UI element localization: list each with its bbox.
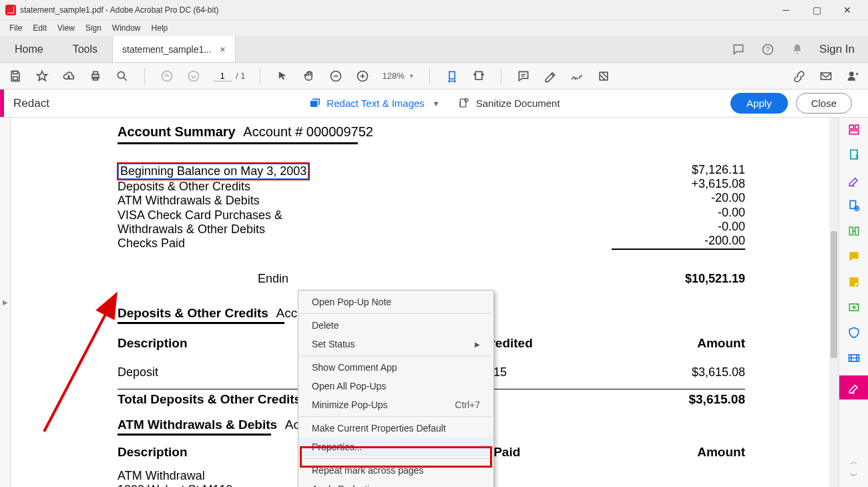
redact-text-label: Redact Text & Images (327, 98, 424, 109)
line-deposits: Deposits & Other Credits (118, 180, 758, 194)
window-title: statement_sample1.pdf - Adobe Acrobat Pr… (20, 5, 219, 15)
page-number-input[interactable] (213, 71, 232, 82)
val-atm: -20.00 (691, 191, 745, 205)
chevron-down-icon[interactable]: ▼ (433, 100, 440, 108)
svg-point-7 (118, 71, 124, 78)
menu-help[interactable]: Help (146, 23, 174, 33)
section-deposits: Deposits & Other Credits (118, 306, 268, 320)
ctx-apply-redactions[interactable]: Apply Redactions (298, 480, 493, 487)
page-up-icon[interactable] (160, 69, 174, 84)
add-person-icon[interactable] (845, 69, 860, 84)
ctx-set-status[interactable]: Set Status▶ (298, 335, 493, 353)
comment-icon[interactable] (731, 42, 746, 57)
print-icon[interactable] (88, 69, 103, 84)
panel-comment-icon[interactable] (846, 249, 862, 265)
ctx-make-default[interactable]: Make Current Properties Default (298, 419, 493, 438)
svg-text:?: ? (766, 45, 770, 53)
scrollbar-thumb[interactable] (831, 231, 837, 358)
menu-view[interactable]: View (52, 23, 80, 33)
email-icon[interactable] (819, 69, 833, 84)
panel-redact-icon[interactable] (839, 375, 869, 399)
menu-window[interactable]: Window (107, 23, 146, 33)
ctx-delete[interactable]: Delete (298, 316, 493, 335)
document-area[interactable]: Account Summary Account # 000009752 Begi… (11, 118, 839, 487)
panel-combine-icon[interactable] (846, 198, 862, 214)
panel-export-icon[interactable] (846, 147, 862, 163)
ctx-repeat-mark[interactable]: Repeat mark across pages (298, 461, 493, 480)
stamp-icon[interactable] (596, 69, 611, 84)
panel-scroll-down[interactable]: ﹀ (850, 470, 858, 482)
svg-rect-15 (821, 73, 831, 79)
signature-icon[interactable] (570, 69, 584, 84)
tab-tools[interactable]: Tools (58, 36, 112, 62)
svg-point-19 (465, 98, 468, 102)
tab-file[interactable]: statement_sample1... × (112, 36, 236, 62)
fit-width-icon[interactable] (445, 69, 459, 84)
panel-organize-icon[interactable] (846, 223, 862, 239)
svg-rect-28 (855, 227, 858, 235)
panel-scan-icon[interactable] (846, 299, 862, 315)
menu-sign[interactable]: Sign (80, 23, 107, 33)
page-down-icon[interactable] (186, 69, 201, 84)
panel-edit-icon[interactable] (846, 172, 862, 188)
star-icon[interactable] (35, 69, 49, 84)
zoom-level[interactable]: 128% (382, 71, 404, 81)
title-bar: statement_sample1.pdf - Adobe Acrobat Pr… (0, 0, 868, 20)
close-window-button[interactable]: ✕ (832, 0, 863, 20)
val-withdrawals: -0.00 (691, 220, 745, 234)
zoom-in-icon[interactable] (355, 69, 370, 84)
apply-button[interactable]: Apply (730, 93, 788, 114)
annotation-arrow (37, 285, 131, 438)
select-tool-icon[interactable] (275, 69, 290, 84)
minimize-button[interactable]: ─ (771, 0, 801, 20)
svg-rect-29 (849, 277, 858, 286)
ctx-properties[interactable]: Properties... (298, 438, 493, 456)
sign-in-link[interactable]: Sign In (819, 43, 855, 56)
menu-file[interactable]: File (4, 23, 27, 33)
zoom-out-icon[interactable] (329, 69, 343, 84)
redact-text-images-button[interactable]: Redact Text & Images ▼ (308, 97, 439, 110)
panel-create-pdf-icon[interactable] (846, 122, 862, 138)
maximize-button[interactable]: ▢ (801, 0, 832, 20)
cloud-icon[interactable] (61, 69, 76, 84)
account-number: Account # 000009752 (243, 124, 373, 139)
val-checks: -200.00 (691, 234, 745, 248)
tab-close-icon[interactable]: × (220, 43, 226, 55)
svg-point-16 (849, 71, 854, 76)
tab-file-label: statement_sample1... (122, 44, 212, 55)
left-panel-toggle[interactable]: ▶ (0, 118, 11, 487)
svg-rect-27 (849, 227, 853, 235)
ctx-open-popup[interactable]: Open Pop-Up Note (298, 293, 493, 311)
fit-page-icon[interactable] (471, 69, 486, 84)
highlight-icon[interactable] (543, 69, 558, 84)
hand-tool-icon[interactable] (302, 69, 316, 84)
help-icon[interactable]: ? (761, 42, 775, 57)
svg-point-31 (853, 306, 855, 308)
sanitize-document-button[interactable]: Sanitize Document (457, 97, 560, 110)
svg-line-20 (44, 294, 116, 432)
ctx-open-all-popups[interactable]: Open All Pop-Ups (298, 377, 493, 395)
save-icon[interactable] (8, 69, 23, 84)
svg-rect-21 (849, 125, 853, 129)
line-atm: ATM Withdrawals & Debits (118, 194, 758, 208)
panel-scroll-up[interactable]: ︿ (850, 456, 858, 468)
ctx-show-comment-app[interactable]: Show Comment App (298, 358, 493, 377)
close-button[interactable]: Close (796, 93, 852, 114)
menu-edit[interactable]: Edit (27, 23, 52, 33)
line-withdrawals: Withdrawals & Other Debits (118, 222, 758, 236)
bell-icon[interactable] (790, 42, 805, 57)
redaction-mark[interactable]: Beginning Balance on May 3, 2003 (118, 163, 309, 180)
context-menu: Open Pop-Up Note Delete Set Status▶ Show… (298, 290, 494, 487)
val-ending: $10,521.19 (685, 272, 745, 286)
panel-video-icon[interactable] (846, 350, 862, 366)
search-icon[interactable] (115, 69, 130, 84)
panel-sticky-icon[interactable] (846, 274, 862, 290)
ctx-minimize-popups[interactable]: Minimize Pop-UpsCtrl+7 (298, 395, 493, 414)
sticky-note-icon[interactable] (516, 69, 531, 84)
share-link-icon[interactable] (792, 69, 807, 84)
app-icon (5, 5, 16, 15)
redact-label: Redact (4, 97, 49, 110)
zoom-dropdown-icon[interactable]: ▼ (409, 73, 415, 79)
panel-protect-icon[interactable] (846, 325, 862, 341)
tab-home[interactable]: Home (0, 36, 58, 62)
